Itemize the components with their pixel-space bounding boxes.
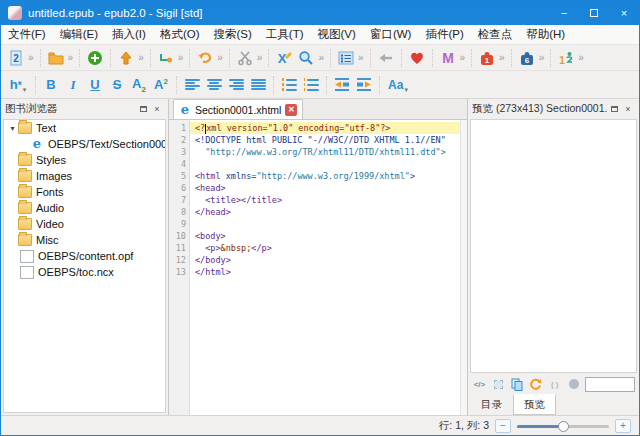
tree-item-content-opf[interactable]: OEBPS/content.opf	[4, 248, 165, 264]
tree-item-styles-folder[interactable]: Styles	[4, 152, 165, 168]
superscript-button[interactable]: A2	[150, 74, 172, 96]
outdent-button[interactable]	[331, 74, 353, 96]
browser-button[interactable]	[566, 377, 581, 392]
close-panel-button[interactable]: ×	[150, 102, 164, 116]
menu-view[interactable]: 视图(V)	[311, 25, 363, 44]
find-replace-button[interactable]	[295, 47, 317, 69]
numbered-list-button[interactable]	[300, 74, 322, 96]
editor-scrollbar[interactable]	[460, 120, 467, 415]
overflow-chevron[interactable]: »	[357, 52, 365, 63]
heading-dropdown-button[interactable]: h* ▾	[5, 74, 31, 96]
plugin-1-button[interactable]: 1	[476, 47, 498, 69]
code-line[interactable]: 4	[169, 158, 460, 170]
tree-item-video-folder[interactable]: Video	[4, 216, 165, 232]
overflow-chevron[interactable]: »	[137, 52, 145, 63]
refresh-button[interactable]	[528, 377, 543, 392]
float-panel-button[interactable]	[607, 102, 621, 116]
zoom-in-button[interactable]: +	[615, 419, 631, 433]
code-editor[interactable]: 1<?xml version="1.0" encoding="utf-8"?>2…	[169, 120, 467, 415]
bold-button[interactable]: B	[40, 74, 62, 96]
preview-filter-input[interactable]	[585, 377, 635, 392]
menu-window[interactable]: 窗口(W)	[363, 25, 419, 44]
overflow-chevron[interactable]: »	[459, 52, 467, 63]
spellcheck-button[interactable]: X	[273, 47, 295, 69]
underline-button[interactable]: U	[84, 74, 106, 96]
save-button[interactable]	[115, 47, 137, 69]
overflow-chevron[interactable]: »	[538, 52, 546, 63]
subscript-button[interactable]: A2	[128, 74, 150, 96]
add-existing-files-button[interactable]	[84, 47, 106, 69]
toc-button[interactable]	[335, 47, 357, 69]
align-left-button[interactable]	[181, 74, 203, 96]
overflow-chevron[interactable]: »	[317, 52, 325, 63]
code-line[interactable]: 12</body>	[169, 254, 460, 266]
menu-plugins[interactable]: 插件(P)	[418, 25, 470, 44]
view-source-button[interactable]: </>	[472, 377, 487, 392]
code-line[interactable]: 11 <p>&nbsp;</p>	[169, 242, 460, 254]
overflow-chevron[interactable]: »	[577, 52, 585, 63]
tree-item-images-folder[interactable]: Images	[4, 168, 165, 184]
new-epub2-button[interactable]: 2	[5, 47, 27, 69]
align-center-button[interactable]	[203, 74, 225, 96]
zoom-out-button[interactable]: −	[495, 419, 511, 433]
overflow-chevron[interactable]: »	[256, 52, 264, 63]
donate-button[interactable]	[406, 47, 428, 69]
tab-preview[interactable]: 预览	[513, 394, 556, 415]
close-panel-button[interactable]: ×	[621, 102, 635, 116]
close-button[interactable]: ×	[609, 1, 639, 25]
tree-item-audio-folder[interactable]: Audio	[4, 200, 165, 216]
align-justify-button[interactable]	[247, 74, 269, 96]
zoom-slider[interactable]	[517, 419, 609, 433]
menu-file[interactable]: 文件(F)	[1, 25, 53, 44]
open-button[interactable]	[45, 47, 67, 69]
inspect-button[interactable]	[491, 377, 506, 392]
italic-button[interactable]: I	[62, 74, 84, 96]
plugin-6-button[interactable]: 6	[516, 47, 538, 69]
undo-button[interactable]	[194, 47, 216, 69]
overflow-chevron[interactable]: »	[27, 52, 35, 63]
copy-button[interactable]	[510, 377, 525, 392]
menu-format[interactable]: 格式(O)	[153, 25, 207, 44]
code-line[interactable]: 3 "http://www.w3.org/TR/xhtml11/DTD/xhtm…	[169, 146, 460, 158]
tree-item-misc-folder[interactable]: Misc	[4, 232, 165, 248]
code-line[interactable]: 9	[169, 218, 460, 230]
overflow-chevron[interactable]: »	[498, 52, 506, 63]
indent-button[interactable]	[353, 74, 375, 96]
menu-checkpoints[interactable]: 检查点	[471, 25, 520, 44]
maximize-button[interactable]	[579, 1, 609, 25]
code-line[interactable]: 10<body>	[169, 230, 460, 242]
code-line[interactable]: 5<html xmlns="http://www.w3.org/1999/xht…	[169, 170, 460, 182]
slider-handle[interactable]	[558, 421, 569, 432]
tree-item-toc-ncx[interactable]: OEBPS/toc.ncx	[4, 264, 165, 280]
tree-item-section0001[interactable]: e OEBPS/Text/Section0001.xhtml	[4, 136, 165, 152]
tab-close-button[interactable]: ✕	[285, 104, 297, 116]
split-at-cursor-button[interactable]	[155, 47, 177, 69]
index-editor-button[interactable]: 1	[555, 47, 577, 69]
overflow-chevron[interactable]: »	[177, 52, 185, 63]
link-button[interactable]: ( )	[547, 377, 562, 392]
expand-arrow-icon[interactable]: ▾	[7, 124, 18, 133]
tree-item-text-folder[interactable]: ▾ Text	[4, 120, 165, 136]
menu-tools[interactable]: 工具(T)	[259, 25, 311, 44]
mathml-button[interactable]: M	[437, 47, 459, 69]
code-line[interactable]: 1<?xml version="1.0" encoding="utf-8"?>	[169, 122, 460, 134]
bullet-list-button[interactable]	[278, 74, 300, 96]
menu-search[interactable]: 搜索(S)	[207, 25, 259, 44]
menu-insert[interactable]: 插入(I)	[105, 25, 153, 44]
back-button[interactable]	[375, 47, 397, 69]
align-right-button[interactable]	[225, 74, 247, 96]
strikethrough-button[interactable]: S	[106, 74, 128, 96]
overflow-chevron[interactable]: »	[216, 52, 224, 63]
code-line[interactable]: 2<!DOCTYPE html PUBLIC "-//W3C//DTD XHTM…	[169, 134, 460, 146]
code-line[interactable]: 8</head>	[169, 206, 460, 218]
change-case-button[interactable]: Aa ▾	[384, 74, 412, 96]
code-line[interactable]: 6<head>	[169, 182, 460, 194]
tree-item-fonts-folder[interactable]: Fonts	[4, 184, 165, 200]
overflow-chevron[interactable]: »	[67, 52, 75, 63]
menu-edit[interactable]: 编辑(E)	[53, 25, 105, 44]
cut-button[interactable]	[234, 47, 256, 69]
tab-section0001[interactable]: e Section0001.xhtml ✕	[173, 99, 303, 119]
float-panel-button[interactable]	[136, 102, 150, 116]
code-line[interactable]: 7 <title></title>	[169, 194, 460, 206]
code-line[interactable]: 13</html>	[169, 266, 460, 278]
